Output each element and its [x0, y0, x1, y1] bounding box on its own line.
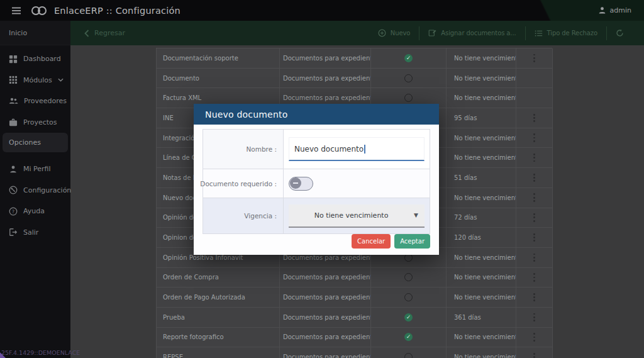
modal-footer: Cancelar Aceptar — [352, 234, 430, 249]
accept-button[interactable]: Aceptar — [394, 234, 430, 249]
expiry-field-label: Vigencia : — [203, 198, 284, 233]
toggle-knob-icon — [290, 177, 301, 189]
required-toggle[interactable] — [289, 177, 313, 191]
cancel-button[interactable]: Cancelar — [352, 234, 391, 249]
modal-title: Nuevo documento — [194, 104, 439, 125]
name-input[interactable]: Nuevo documento — [289, 137, 425, 161]
name-field-label: Nombre : — [203, 130, 284, 169]
select-caret-icon: ▼ — [414, 212, 418, 218]
name-input-value: Nuevo documento — [294, 145, 364, 154]
modal-form: Nombre : Nuevo documento Documento reque… — [203, 129, 430, 234]
required-field-label: Documento requerido : — [203, 169, 284, 198]
expiry-select[interactable]: No tiene vencimiento ▼ — [289, 204, 425, 228]
new-document-modal: Nuevo documento Nombre : Nuevo documento… — [194, 104, 439, 255]
text-cursor — [364, 145, 365, 154]
app-window: EnlaceERP :: Configuración admin Inicio … — [0, 0, 644, 358]
expiry-selected-value: No tiene vencimiento — [289, 211, 414, 220]
